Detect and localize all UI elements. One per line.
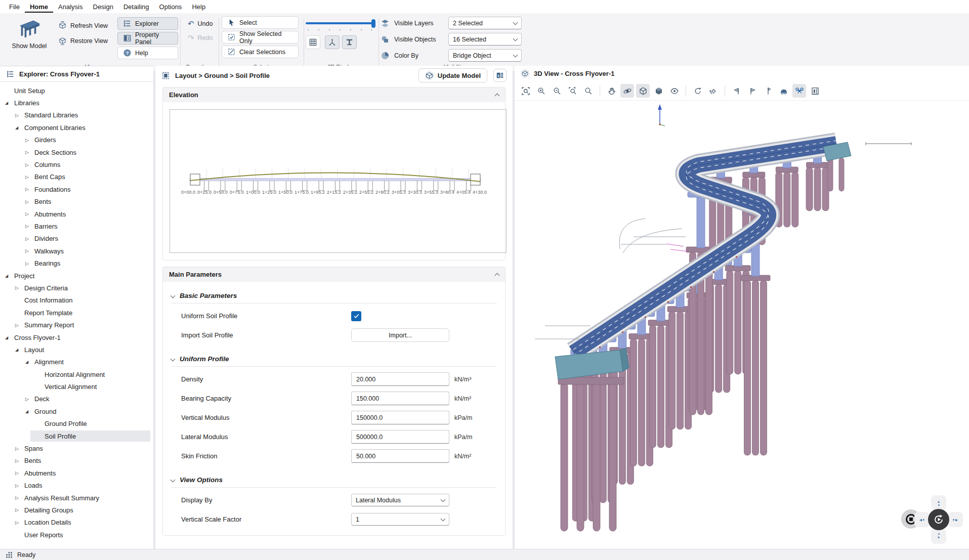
slider-handle[interactable] xyxy=(371,19,375,28)
auto-rotate-button[interactable] xyxy=(928,509,949,530)
tree-item-alignment[interactable]: ◢Alignment xyxy=(0,356,153,368)
view-options-header[interactable]: View Options xyxy=(171,476,497,488)
ibeam-display-button[interactable] xyxy=(342,35,357,49)
tree-collapsed-icon[interactable]: ▷ xyxy=(25,187,34,192)
visibility-dropdown[interactable]: 16 Selected xyxy=(448,33,522,46)
tree-collapsed-icon[interactable]: ▷ xyxy=(25,261,34,266)
grid-display-button[interactable] xyxy=(306,35,320,49)
tree-collapsed-icon[interactable]: ▷ xyxy=(15,483,24,488)
tree-collapsed-icon[interactable]: ▷ xyxy=(25,211,34,217)
elevation-header[interactable]: Elevation xyxy=(163,88,505,102)
collapse-chevron-icon[interactable] xyxy=(495,273,500,278)
tree-item-spans[interactable]: ▷Spans xyxy=(0,442,153,454)
menu-options[interactable]: Options xyxy=(154,1,187,13)
redo-button[interactable]: ↷ Redo xyxy=(182,31,218,44)
axes-display-button[interactable] xyxy=(325,35,340,49)
clear-selections-button[interactable]: Clear Selections xyxy=(222,46,299,58)
param-input[interactable]: 150000.0 xyxy=(351,411,449,424)
tree-collapsed-icon[interactable]: ▷ xyxy=(25,138,34,143)
menu-analysis[interactable]: Analysis xyxy=(53,1,88,13)
tree-item-bents[interactable]: ▷Bents xyxy=(0,196,153,208)
display-by-dropdown[interactable]: Lateral Modulus xyxy=(351,494,449,506)
zoom-out-button[interactable] xyxy=(550,84,564,98)
uniform-soil-profile-checkbox[interactable] xyxy=(351,311,361,321)
tree-item-soil-profile[interactable]: Soil Profile xyxy=(0,430,153,442)
tree-expanded-icon[interactable]: ◢ xyxy=(15,125,24,130)
tree-expanded-icon[interactable]: ◢ xyxy=(5,274,14,278)
import-button[interactable]: Import... xyxy=(351,328,449,342)
update-model-button[interactable]: Update Model xyxy=(418,68,487,82)
rotate-down-button[interactable]: ▼ xyxy=(931,529,946,544)
rotate-up-button[interactable]: ▲ xyxy=(931,495,946,510)
tree-item-dividers[interactable]: ▷Dividers xyxy=(0,233,153,245)
section-view-button[interactable] xyxy=(808,84,822,98)
tree-item-user-reports[interactable]: User Reports xyxy=(0,529,153,541)
tree-item-component-libraries[interactable]: ◢Component Libraries xyxy=(0,121,153,134)
display-3d-slider[interactable] xyxy=(306,19,376,29)
tree-expanded-icon[interactable]: ◢ xyxy=(25,409,34,414)
tree-item-cost-information[interactable]: Cost Information xyxy=(0,294,153,307)
tree-item-foundations[interactable]: ▷Foundations xyxy=(0,183,153,195)
tree-item-design-criteria[interactable]: ▷Design Criteria xyxy=(0,282,153,294)
tree-expanded-icon[interactable]: ◢ xyxy=(5,335,14,340)
undo-button[interactable]: ↶ Undo xyxy=(182,17,218,30)
tree-item-unit-setup[interactable]: Unit Setup xyxy=(0,84,153,97)
drone-mode-button[interactable] xyxy=(792,84,806,98)
tree-item-ground[interactable]: ◢Ground xyxy=(0,405,153,417)
collapse-chevron-icon[interactable] xyxy=(495,94,500,99)
orbit-button[interactable] xyxy=(620,84,634,98)
uniform-profile-header[interactable]: Uniform Profile xyxy=(171,355,497,367)
tree-collapsed-icon[interactable]: ▷ xyxy=(25,224,34,229)
zoom-in-button[interactable] xyxy=(534,84,548,98)
tree-collapsed-icon[interactable]: ▷ xyxy=(15,507,24,512)
tree-item-project[interactable]: ◢Project xyxy=(0,270,153,282)
select-button[interactable]: Select xyxy=(222,16,299,29)
visibility-dropdown[interactable]: Bridge Object xyxy=(448,49,522,62)
tree-item-deck-sections[interactable]: ▷Deck Sections xyxy=(0,146,153,158)
tree-item-deck[interactable]: ▷Deck xyxy=(0,393,153,405)
param-input[interactable]: 500000.0 xyxy=(351,430,449,444)
tree-item-cross-flyover-1[interactable]: ◢Cross Flyover-1 xyxy=(0,331,153,343)
main-parameters-header[interactable]: Main Parameters xyxy=(163,267,505,282)
tree-item-standard-libraries[interactable]: ▷Standard Libraries xyxy=(0,109,153,121)
tree-expanded-icon[interactable]: ◢ xyxy=(5,101,14,105)
vertical-scale-factor-dropdown[interactable]: 1 xyxy=(351,513,449,526)
drive-mode-button[interactable] xyxy=(777,84,790,98)
tree-item-girders[interactable]: ▷Girders xyxy=(0,134,153,146)
tree-collapsed-icon[interactable]: ▷ xyxy=(25,162,34,167)
tree-collapsed-icon[interactable]: ▷ xyxy=(25,150,34,155)
tree-collapsed-icon[interactable]: ▷ xyxy=(25,248,34,253)
flag-right-button[interactable] xyxy=(745,84,759,98)
tree-item-layout[interactable]: ◢Layout xyxy=(0,343,153,356)
menu-help[interactable]: Help xyxy=(187,1,210,13)
tree-collapsed-icon[interactable]: ▷ xyxy=(15,446,24,451)
menu-file[interactable]: File xyxy=(4,1,25,13)
help-button[interactable]: ? Help xyxy=(117,47,178,59)
tree-item-columns[interactable]: ▷Columns xyxy=(0,158,153,170)
tree-item-bearings[interactable]: ▷Bearings xyxy=(0,257,153,269)
tree-collapsed-icon[interactable]: ▷ xyxy=(25,397,34,402)
visibility-eye-button[interactable] xyxy=(667,84,681,98)
tree-collapsed-icon[interactable]: ▷ xyxy=(15,458,24,463)
show-selected-only-button[interactable]: Show Selected Only xyxy=(222,31,299,44)
menu-design[interactable]: Design xyxy=(88,1,118,13)
tree-collapsed-icon[interactable]: ▷ xyxy=(15,113,24,118)
view3d-viewport[interactable]: ▲ ◀ ▶ ▼ xyxy=(515,101,969,549)
tree-item-abutments[interactable]: ▷Abutments xyxy=(0,208,153,220)
reset-rotation-button[interactable] xyxy=(706,84,720,98)
rotate-left-button[interactable]: ◀ xyxy=(914,512,930,527)
zoom-button[interactable] xyxy=(581,84,595,98)
restore-view-button[interactable]: Restore View xyxy=(53,34,113,47)
pan-button[interactable] xyxy=(605,84,618,98)
param-input[interactable]: 150.000 xyxy=(351,392,449,405)
flag-left-button[interactable] xyxy=(730,84,743,98)
zoom-window-button[interactable] xyxy=(566,84,579,98)
tree-collapsed-icon[interactable]: ▷ xyxy=(15,495,24,500)
tree-item-detailing-groups[interactable]: ▷Detailing Groups xyxy=(0,504,153,516)
tree-item-loads[interactable]: ▷Loads xyxy=(0,480,153,492)
tree-collapsed-icon[interactable]: ▷ xyxy=(15,470,24,476)
tree-expanded-icon[interactable]: ◢ xyxy=(15,348,24,352)
tree-item-walkways[interactable]: ▷Walkways xyxy=(0,245,153,257)
view-cube-button[interactable] xyxy=(636,84,650,98)
rotate-view-button[interactable] xyxy=(691,84,704,98)
